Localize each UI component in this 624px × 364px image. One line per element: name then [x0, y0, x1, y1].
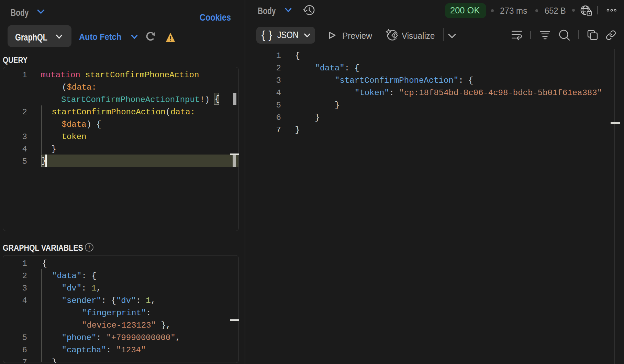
svg-text:i: i [88, 244, 90, 251]
